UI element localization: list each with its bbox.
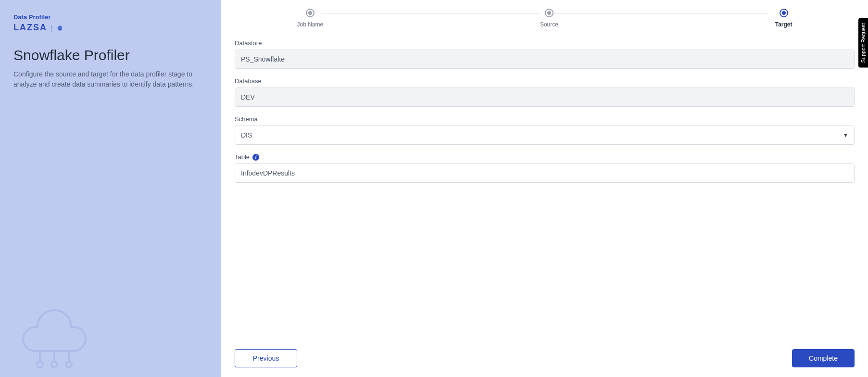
field-label: Schema	[235, 115, 855, 123]
support-request-tab[interactable]: Support Request	[858, 18, 868, 68]
step-circle-icon	[306, 9, 314, 17]
field-label: Database	[235, 77, 855, 85]
page-subtitle: Configure the source and target for the …	[13, 69, 201, 89]
schema-value: DIS	[241, 131, 252, 139]
field-datastore: Datastore	[235, 39, 855, 69]
svg-point-5	[66, 362, 72, 367]
field-schema: Schema DIS ▼	[235, 115, 855, 145]
svg-point-1	[37, 362, 43, 367]
brand-label: Data Profiler	[13, 13, 208, 21]
form-area: Datastore Database Schema DIS ▼ Table i	[235, 39, 855, 343]
main-content: Job Name Source Target Datastore Databas…	[221, 0, 868, 377]
stepper-line	[550, 13, 768, 13]
brand-name: LAZSA	[13, 23, 47, 33]
footer: Previous Complete	[235, 343, 855, 367]
step-job-name[interactable]: Job Name	[297, 9, 324, 28]
chevron-down-icon: ▼	[843, 132, 848, 138]
field-table: Table i	[235, 153, 855, 183]
info-icon[interactable]: i	[252, 154, 259, 161]
field-label: Datastore	[235, 39, 855, 47]
database-input	[235, 88, 855, 107]
table-input[interactable]	[235, 163, 855, 183]
gear-icon	[56, 25, 63, 31]
step-circle-icon	[545, 9, 554, 17]
stepper-line	[321, 13, 540, 13]
brand-row: LAZSA |	[13, 23, 208, 33]
step-label: Target	[775, 21, 793, 28]
step-label: Job Name	[297, 21, 324, 28]
cloud-icon	[13, 289, 95, 372]
stepper: Job Name Source Target	[297, 9, 793, 28]
sidebar: Data Profiler LAZSA | Snowflake Profiler…	[0, 0, 221, 377]
step-label: Source	[540, 21, 558, 28]
complete-button[interactable]: Complete	[792, 349, 855, 367]
svg-point-3	[51, 362, 57, 367]
step-circle-icon	[780, 9, 788, 17]
field-label: Table i	[235, 153, 855, 161]
step-target[interactable]: Target	[775, 9, 793, 28]
previous-button[interactable]: Previous	[235, 349, 297, 367]
table-label-text: Table	[235, 153, 250, 161]
schema-select[interactable]: DIS ▼	[235, 126, 855, 145]
step-source[interactable]: Source	[540, 9, 558, 28]
field-database: Database	[235, 77, 855, 107]
page-title: Snowflake Profiler	[13, 47, 208, 63]
brand-separator: |	[51, 24, 53, 32]
datastore-input	[235, 50, 855, 69]
